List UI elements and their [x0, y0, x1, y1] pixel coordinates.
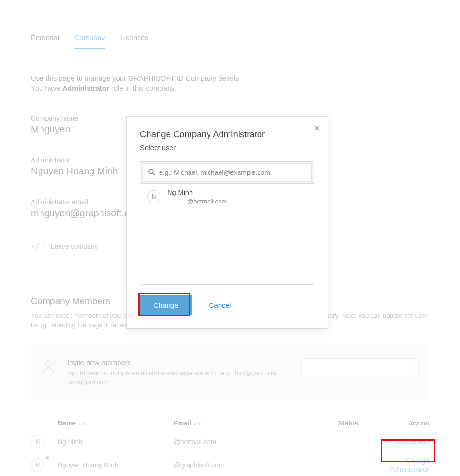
annotation-highlight	[138, 293, 190, 316]
modal-subtitle: Select user	[140, 143, 314, 152]
svg-line-3	[153, 173, 155, 175]
user-list: N Ng Minh @hotmail.com	[140, 184, 314, 285]
user-search-box	[140, 161, 314, 184]
user-option-name: Ng Minh	[167, 189, 307, 197]
user-option-email: @hotmail.com	[167, 198, 307, 205]
svg-point-2	[149, 169, 153, 174]
user-search-input[interactable]	[143, 164, 311, 181]
modal-title: Change Company Administrator	[140, 129, 314, 140]
user-option[interactable]: N Ng Minh @hotmail.com	[140, 184, 314, 210]
cancel-button[interactable]: Cancel	[209, 301, 231, 309]
search-icon	[148, 168, 155, 178]
avatar: N	[147, 190, 160, 203]
close-icon[interactable]: ✕	[313, 123, 320, 133]
annotation-highlight	[381, 439, 435, 462]
